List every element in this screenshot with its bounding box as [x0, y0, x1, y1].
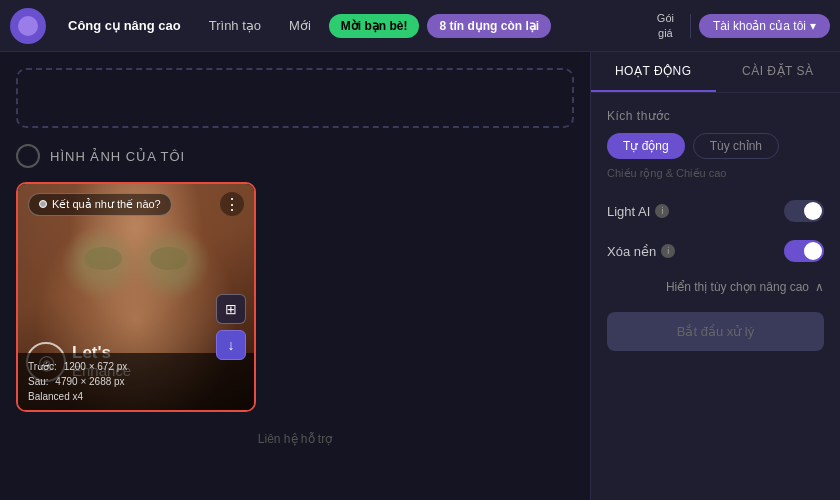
balanced-label: Balanced x4: [28, 389, 244, 404]
light-ai-info[interactable]: i: [655, 204, 669, 218]
light-ai-label: Light AI i: [607, 204, 669, 219]
light-ai-toggle[interactable]: [784, 200, 824, 222]
fullscreen-button[interactable]: ⊞: [216, 294, 246, 324]
size-auto-button[interactable]: Tự động: [607, 133, 685, 159]
image-card: ◎ Let's Enhance Kết quả như thế nào? ⋮ T…: [16, 182, 256, 412]
right-panel: HOẠT ĐỘNG CÀI ĐẶT SÀ Kích thước Tự động …: [590, 52, 840, 500]
left-panel: HÌNH ẢNH CỦA TÔI ◎ Let's Enhance: [0, 52, 590, 500]
size-custom-button[interactable]: Tùy chỉnh: [693, 133, 779, 159]
upload-area[interactable]: [16, 68, 574, 128]
download-button[interactable]: ↓: [216, 330, 246, 360]
tab-settings[interactable]: CÀI ĐẶT SÀ: [716, 52, 841, 92]
after-size: Sau: 4790 × 2688 px: [28, 374, 244, 389]
right-tabs: HOẠT ĐỘNG CÀI ĐẶT SÀ: [591, 52, 840, 93]
nav-badge-friends[interactable]: Mời bạn bè!: [329, 14, 420, 38]
nav-item-advanced[interactable]: Công cụ nâng cao: [54, 12, 195, 39]
remove-bg-row: Xóa nền i: [607, 240, 824, 262]
account-menu[interactable]: Tài khoản của tôi ▾: [699, 14, 830, 38]
pricing-link[interactable]: Gói giá: [649, 7, 682, 43]
logo[interactable]: [10, 8, 46, 44]
section-toggle[interactable]: [16, 144, 40, 168]
card-top-bar: Kết quả như thế nào? ⋮: [18, 184, 254, 224]
right-content: Kích thước Tự động Tùy chỉnh Chiều rộng …: [591, 93, 840, 500]
nav-item-create[interactable]: Trình tạo: [195, 12, 275, 39]
result-dot: [39, 200, 47, 208]
arrow-indicator: [255, 337, 256, 339]
card-menu-button[interactable]: ⋮: [220, 192, 244, 216]
nav-item-new[interactable]: Mới: [275, 12, 325, 39]
remove-bg-info[interactable]: i: [661, 244, 675, 258]
logo-icon: [18, 16, 38, 36]
nav-right-area: Gói giá Tài khoản của tôi ▾: [649, 7, 830, 43]
nav-badge-credits[interactable]: 8 tín dụng còn lại: [427, 14, 551, 38]
advanced-options-toggle[interactable]: Hiển thị tùy chọn nâng cao ∧: [607, 280, 824, 294]
process-button[interactable]: Bắt đầu xử lý: [607, 312, 824, 351]
top-navigation: Công cụ nâng cao Trình tạo Mới Mời bạn b…: [0, 0, 840, 52]
result-button[interactable]: Kết quả như thế nào?: [28, 193, 172, 216]
tab-activity[interactable]: HOẠT ĐỘNG: [591, 52, 716, 92]
main-content: HÌNH ẢNH CỦA TÔI ◎ Let's Enhance: [0, 52, 840, 500]
card-info: Trước: 1200 × 672 px Sau: 4790 × 2688 px…: [18, 353, 254, 410]
my-images-section: HÌNH ẢNH CỦA TÔI: [16, 144, 574, 168]
size-section-title: Kích thước: [607, 109, 824, 123]
remove-bg-label: Xóa nền i: [607, 244, 675, 259]
remove-bg-toggle[interactable]: [784, 240, 824, 262]
dimension-hint: Chiều rộng & Chiều cao: [607, 167, 824, 180]
card-actions: ⊞ ↓: [216, 294, 246, 360]
size-buttons: Tự động Tùy chỉnh: [607, 133, 824, 159]
support-link[interactable]: Liên hệ hỗ trợ: [16, 432, 574, 446]
light-ai-row: Light AI i: [607, 200, 824, 222]
my-images-label: HÌNH ẢNH CỦA TÔI: [50, 149, 185, 164]
before-size: Trước: 1200 × 672 px: [28, 359, 244, 374]
